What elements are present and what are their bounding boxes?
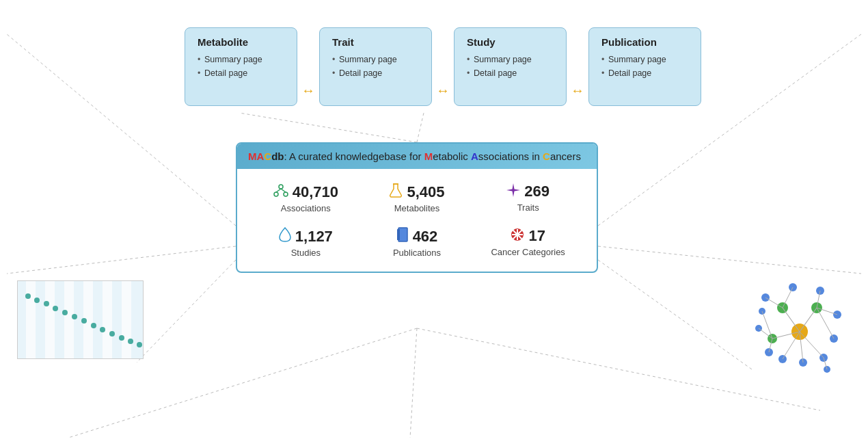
svg-line-68 <box>800 332 824 358</box>
arrow-connector-1: ↔ <box>297 75 319 106</box>
arrow-connector-2: ↔ <box>432 75 454 106</box>
svg-point-42 <box>128 339 133 344</box>
svg-rect-29 <box>103 281 112 359</box>
stats-grid: 40,710 Associations 5,405 Metabolites <box>254 183 580 258</box>
asterisk-icon <box>511 228 524 245</box>
stat-metabolites: 5,405 Metabolites <box>365 183 470 213</box>
svg-rect-27 <box>64 281 74 359</box>
nav-box-publication[interactable]: Publication Summary page Detail page <box>588 27 701 106</box>
brand-mac: MACdb: A curated knowledgebase for Metab… <box>248 150 581 162</box>
book-icon <box>396 227 409 246</box>
svg-line-9 <box>239 113 417 142</box>
study-summary-link[interactable]: Summary page <box>467 55 554 64</box>
trait-summary-link[interactable]: Summary page <box>332 55 419 64</box>
publication-detail-link[interactable]: Detail page <box>601 68 688 78</box>
stat-publications: 462 Publications <box>365 227 470 258</box>
nav-box-metabolite-title: Metabolite <box>198 36 284 48</box>
svg-line-5 <box>598 260 752 369</box>
drop-icon <box>279 227 291 246</box>
stat-traits: 269 Traits <box>476 183 580 213</box>
svg-point-35 <box>62 310 68 315</box>
svg-rect-26 <box>45 281 55 359</box>
nav-box-trait-title: Trait <box>332 36 419 48</box>
nav-box-study[interactable]: Study Summary page Detail page <box>454 27 567 106</box>
trait-detail-link[interactable]: Detail page <box>332 68 419 78</box>
svg-line-2 <box>137 260 236 363</box>
svg-line-61 <box>800 308 817 332</box>
svg-point-34 <box>53 306 58 311</box>
study-detail-link[interactable]: Detail page <box>467 68 554 78</box>
nav-boxes: Metabolite Summary page Detail page ↔ Tr… <box>185 27 701 106</box>
svg-line-7 <box>410 328 417 438</box>
svg-point-32 <box>34 298 40 303</box>
svg-point-41 <box>119 335 124 341</box>
svg-point-11 <box>279 185 283 189</box>
main-info-box: MACdb: A curated knowledgebase for Metab… <box>236 142 598 273</box>
svg-rect-25 <box>26 281 36 359</box>
metabolite-detail-link[interactable]: Detail page <box>198 68 284 78</box>
svg-line-60 <box>783 308 800 332</box>
stat-cancers: 17 Cancer Categories <box>476 227 580 258</box>
associations-label: Associations <box>254 203 358 213</box>
svg-point-33 <box>44 301 49 306</box>
arrow-connector-3: ↔ <box>567 75 588 106</box>
svg-line-63 <box>765 298 783 308</box>
scatter-chart <box>17 280 144 359</box>
stat-associations: 40,710 Associations <box>254 183 358 213</box>
network-icon <box>273 183 288 201</box>
svg-point-36 <box>72 314 77 319</box>
svg-point-13 <box>284 192 288 196</box>
publications-label: Publications <box>365 248 470 258</box>
svg-point-12 <box>274 192 278 196</box>
svg-point-43 <box>137 342 142 347</box>
nav-box-metabolite[interactable]: Metabolite Summary page Detail page <box>185 27 297 106</box>
publication-summary-link[interactable]: Summary page <box>601 55 688 64</box>
brand-header: MACdb: A curated knowledgebase for Metab… <box>237 144 597 169</box>
metabolite-summary-link[interactable]: Summary page <box>198 55 284 64</box>
svg-line-14 <box>276 189 281 192</box>
cancers-label: Cancer Categories <box>476 247 580 257</box>
svg-point-37 <box>81 318 87 324</box>
svg-point-31 <box>25 293 31 299</box>
svg-line-70 <box>783 332 800 359</box>
cancers-value: 17 <box>528 227 545 245</box>
network-graph <box>745 256 854 393</box>
metabolites-label: Metabolites <box>365 203 470 213</box>
svg-line-15 <box>281 189 286 192</box>
star4-icon <box>506 183 520 200</box>
nav-box-trait[interactable]: Trait Summary page Detail page <box>319 27 432 106</box>
svg-point-39 <box>100 327 105 332</box>
svg-line-64 <box>783 287 793 308</box>
svg-line-1 <box>7 246 236 274</box>
studies-value: 1,127 <box>295 228 333 246</box>
svg-point-38 <box>91 323 96 328</box>
stats-body: 40,710 Associations 5,405 Metabolites <box>237 169 597 272</box>
associations-value: 40,710 <box>293 183 338 201</box>
stat-studies: 1,127 Studies <box>254 227 358 258</box>
publications-value: 462 <box>413 228 438 246</box>
nav-box-study-title: Study <box>467 36 554 48</box>
svg-line-10 <box>417 113 424 142</box>
svg-rect-30 <box>122 281 131 359</box>
svg-rect-18 <box>397 229 400 240</box>
traits-label: Traits <box>476 202 580 213</box>
metabolites-value: 5,405 <box>407 183 444 201</box>
traits-value: 269 <box>524 183 550 200</box>
studies-label: Studies <box>254 248 358 258</box>
flask-icon <box>389 183 403 201</box>
svg-point-40 <box>109 331 115 337</box>
nav-box-publication-title: Publication <box>601 36 688 48</box>
